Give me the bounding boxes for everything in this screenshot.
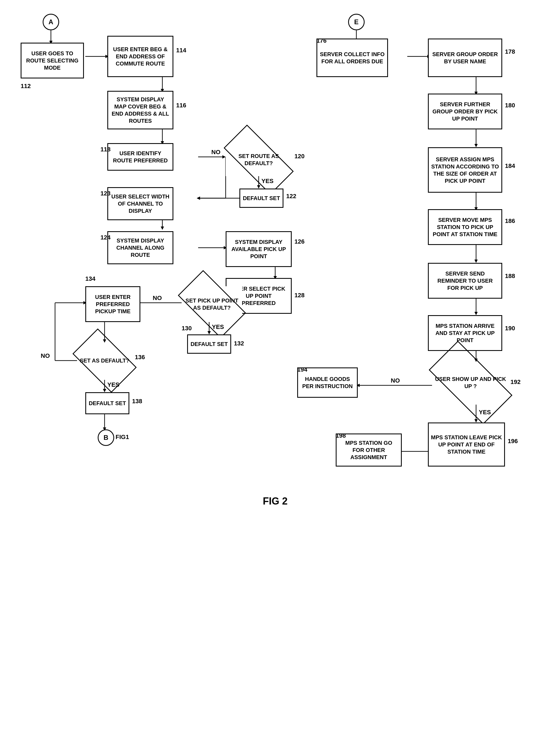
ref-118: 118	[100, 146, 111, 153]
box-118: USER IDENTIFY ROUTE PREFERRED	[107, 143, 173, 171]
box-123: USER SELECT WIDTH OF CHANNEL TO DISPLAY	[107, 187, 173, 220]
svg-marker-56	[474, 260, 478, 263]
ref-194: 194	[297, 366, 307, 373]
box-178: SERVER GROUP ORDER BY USER NAME	[428, 39, 502, 77]
box-132: DEFAULT SET	[187, 334, 231, 354]
diamond-192: USER SHOW UP AND PICK UP ?	[432, 362, 509, 403]
svg-marker-28	[207, 331, 211, 334]
ref-176: 176	[316, 37, 327, 44]
box-190: MPS STATION ARRIVE AND STAY AT PICK UP P…	[428, 315, 502, 351]
diamond-120: SET ROUTE AS DEFAULT?	[226, 143, 292, 176]
svg-text:NO: NO	[211, 149, 220, 156]
ref-123: 123	[100, 190, 111, 197]
ref-136: 136	[135, 354, 145, 361]
ref-B: FIG1	[116, 434, 129, 441]
svg-marker-52	[474, 144, 478, 147]
svg-text:NO: NO	[391, 377, 400, 384]
ref-126: 126	[294, 238, 305, 245]
box-112: USER GOES TO ROUTE SELECTING MODE	[21, 43, 84, 78]
flowchart-diagram: YES NO YES NO YES	[0, 0, 560, 736]
ref-114: 114	[176, 47, 186, 54]
ref-132: 132	[234, 340, 244, 347]
box-126: SYSTEM DISPLAY AVAILABLE PICK UP POINT	[226, 231, 292, 267]
box-184: SERVER ASSIGN MPS STATION ACCORDING TO T…	[428, 147, 502, 193]
ref-178: 178	[505, 48, 515, 55]
box-176: SERVER COLLECT INFO FOR ALL ORDERS DUE	[316, 39, 388, 77]
ref-124: 124	[100, 234, 111, 241]
svg-marker-11	[257, 185, 260, 189]
ref-122: 122	[286, 193, 296, 200]
connector-E: E	[348, 14, 365, 30]
svg-marker-20	[161, 227, 164, 230]
box-122: DEFAULT SET	[239, 189, 283, 208]
box-188: SERVER SEND REMINDER TO USER FOR PICK UP	[428, 263, 502, 299]
ref-188: 188	[505, 272, 515, 280]
ref-130: 130	[182, 325, 192, 332]
ref-134: 134	[85, 275, 95, 282]
diamond-130: SET PICK UP POINT AS DEFAULT?	[182, 286, 242, 322]
box-124: SYSTEM DISPLAY CHANNEL ALONG ROUTE	[107, 231, 173, 264]
svg-marker-36	[103, 389, 106, 392]
svg-text:NO: NO	[41, 352, 50, 359]
box-186: SERVER MOVE MPS STATION TO PICK UP POINT…	[428, 209, 502, 245]
ref-192: 192	[510, 378, 521, 386]
box-134: USER ENTER PREFERRED PICKUP TIME	[85, 286, 140, 322]
ref-180: 180	[505, 102, 515, 109]
svg-marker-15	[197, 197, 200, 200]
connector-B: B	[98, 429, 114, 446]
figure-label: FIG 2	[234, 495, 316, 507]
box-180: SERVER FURTHER GROUP ORDER BY PICK UP PO…	[428, 94, 502, 129]
diamond-136: SET AS DEFAULT?	[77, 343, 132, 378]
box-196: MPS STATION LEAVE PICK UP POINT AT END O…	[428, 422, 505, 467]
svg-marker-9	[222, 155, 226, 159]
svg-marker-58	[474, 312, 478, 315]
box-138: DEFAULT SET	[85, 392, 129, 414]
box-116: SYSTEM DISPLAY MAP COVER BEG & END ADDRE…	[107, 91, 173, 129]
ref-116: 116	[176, 102, 186, 109]
ref-198: 198	[336, 432, 346, 439]
ref-186: 186	[505, 217, 515, 225]
svg-text:NO: NO	[153, 295, 162, 301]
connector-A: A	[43, 14, 59, 30]
ref-138: 138	[132, 398, 142, 405]
svg-marker-65	[474, 419, 478, 422]
ref-196: 196	[508, 438, 518, 445]
box-114: USER ENTER BEG & END ADDRESS OF COMMUTE …	[107, 36, 173, 77]
svg-marker-18	[197, 197, 200, 200]
ref-120: 120	[294, 153, 305, 160]
ref-184: 184	[505, 162, 515, 170]
ref-112: 112	[21, 83, 31, 90]
ref-128: 128	[294, 292, 305, 299]
ref-190: 190	[505, 325, 515, 332]
